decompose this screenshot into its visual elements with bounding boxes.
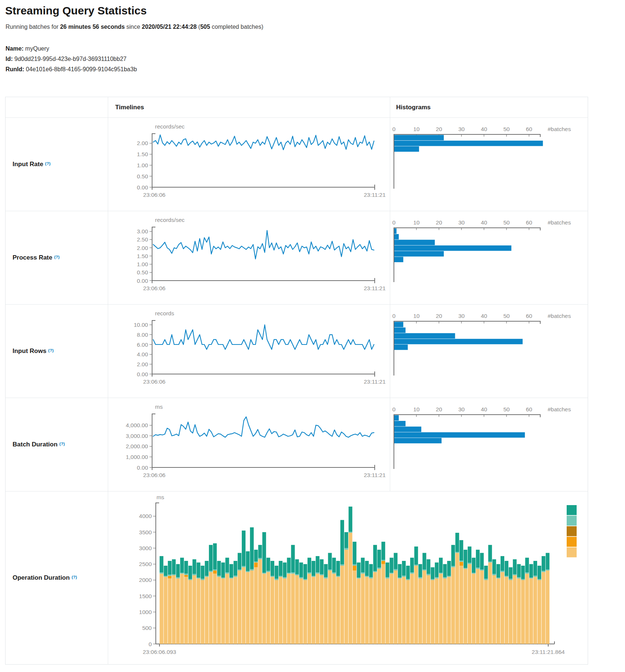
svg-text:2500: 2500	[139, 561, 152, 567]
svg-text:20: 20	[436, 219, 442, 226]
svg-text:0: 0	[392, 219, 396, 226]
timelines-header-label: Timelines	[115, 104, 144, 111]
id-value: 9d0dd219-995d-423e-b97d-36931110bb27	[13, 56, 127, 62]
query-name-line: Name: myQuery	[6, 44, 137, 54]
svg-text:1.50: 1.50	[137, 151, 148, 157]
header-empty-cell	[6, 97, 108, 117]
legend-swatch-5	[567, 547, 577, 557]
svg-text:23:11:21: 23:11:21	[364, 285, 385, 291]
svg-text:4000: 4000	[139, 513, 152, 519]
svg-text:2.00: 2.00	[137, 361, 148, 367]
svg-text:23:06:06: 23:06:06	[143, 378, 165, 385]
page-title: Streaming Query Statistics	[5, 4, 147, 17]
legend-swatch-3	[567, 526, 577, 536]
summary-prefix: Running batches for	[6, 24, 60, 30]
svg-text:0.00: 0.00	[137, 371, 148, 377]
svg-text:50: 50	[503, 219, 510, 226]
row-label-operation-duration: Operation Duration(?)	[6, 491, 108, 664]
batch-duration-label: Batch Duration	[13, 441, 58, 448]
svg-text:10: 10	[413, 219, 420, 226]
running-batches-summary: Running batches for 26 minutes 56 second…	[6, 24, 263, 30]
summary-paren: (	[197, 24, 200, 30]
input-rate-timeline-chart: records/sec2.001.501.000.500.0023:06:062…	[108, 117, 390, 211]
legend-swatch-4	[567, 537, 577, 547]
svg-text:#batches: #batches	[548, 126, 571, 132]
input-rate-histogram-chart: 0102030405060#batches	[390, 117, 588, 211]
svg-text:40: 40	[481, 406, 487, 412]
runid-value: 04e101e6-8bf8-4165-9099-9104c951ba3b	[24, 66, 137, 72]
start-timestamp: 2020/05/21 22:44:28	[142, 24, 197, 30]
statistics-table: Timelines Histograms Input Rate(?) recor…	[5, 97, 588, 665]
timeline-svg: records10.008.006.004.002.000.0023:06:06…	[108, 305, 390, 398]
help-icon[interactable]: (?)	[45, 161, 51, 166]
process-rate-timeline-chart: records/sec3.002.502.001.501.000.500.002…	[108, 211, 390, 304]
process-rate-histogram-chart: 0102030405060#batches	[390, 211, 588, 304]
svg-text:10: 10	[413, 313, 420, 319]
help-icon[interactable]: (?)	[48, 348, 54, 353]
svg-text:60: 60	[526, 406, 532, 412]
histogram-svg: 0102030405060#batches	[390, 398, 588, 491]
svg-text:#batches: #batches	[548, 313, 571, 319]
svg-text:4,000.00: 4,000.00	[126, 422, 148, 428]
operation-duration-stacked-chart: ms0500100015002000250030003500400023:06:…	[108, 491, 588, 664]
batch-duration-histogram-chart: 0102030405060#batches	[390, 398, 588, 491]
svg-text:3500: 3500	[139, 529, 152, 535]
svg-text:1,000.00: 1,000.00	[126, 454, 148, 460]
help-icon[interactable]: (?)	[54, 255, 60, 259]
svg-text:23:11:21: 23:11:21	[364, 378, 385, 385]
operation-duration-label: Operation Duration	[13, 574, 70, 582]
svg-text:4.00: 4.00	[137, 351, 148, 357]
svg-text:30: 30	[458, 313, 465, 319]
query-id-line: Id: 9d0dd219-995d-423e-b97d-36931110bb27	[6, 54, 137, 64]
svg-text:1000: 1000	[139, 609, 152, 615]
svg-text:2000: 2000	[139, 577, 152, 583]
svg-text:0: 0	[392, 406, 396, 412]
help-icon[interactable]: (?)	[72, 575, 77, 579]
svg-text:10.00: 10.00	[134, 322, 148, 328]
row-label-batch-duration: Batch Duration(?)	[6, 398, 108, 491]
svg-text:23:11:21.864: 23:11:21.864	[532, 649, 565, 655]
svg-text:records/sec: records/sec	[155, 123, 185, 130]
input-rate-label: Input Rate	[13, 161, 43, 168]
row-label-input-rate: Input Rate(?)	[6, 117, 108, 211]
svg-text:2.50: 2.50	[137, 236, 148, 243]
svg-text:1.00: 1.00	[137, 261, 148, 267]
svg-text:#batches: #batches	[548, 406, 571, 412]
timeline-svg: records/sec3.002.502.001.501.000.500.002…	[108, 211, 390, 304]
summary-mid: since	[125, 24, 142, 30]
svg-text:2.00: 2.00	[137, 245, 148, 251]
svg-text:20: 20	[436, 313, 442, 319]
svg-text:23:11:21: 23:11:21	[364, 192, 385, 198]
row-label-process-rate: Process Rate(?)	[6, 211, 108, 304]
row-label-input-rows: Input Rows(?)	[6, 304, 108, 398]
svg-text:50: 50	[503, 406, 510, 412]
help-icon[interactable]: (?)	[59, 442, 65, 446]
histograms-header-label: Histograms	[396, 104, 431, 111]
svg-text:23:06:06.093: 23:06:06.093	[143, 649, 176, 655]
svg-text:23:06:06: 23:06:06	[143, 285, 165, 291]
svg-text:10: 10	[413, 126, 420, 132]
svg-text:10: 10	[413, 406, 420, 412]
input-rows-histogram-chart: 0102030405060#batches	[390, 304, 588, 398]
svg-text:500: 500	[142, 625, 152, 631]
svg-text:records/sec: records/sec	[155, 217, 185, 223]
svg-text:23:06:06: 23:06:06	[143, 192, 165, 198]
svg-text:6.00: 6.00	[137, 342, 148, 348]
svg-text:30: 30	[458, 406, 465, 412]
query-runid-line: RunId: 04e101e6-8bf8-4165-9099-9104c951b…	[6, 64, 137, 75]
svg-text:0.00: 0.00	[137, 278, 148, 284]
svg-text:8.00: 8.00	[137, 332, 148, 338]
running-duration: 26 minutes 56 seconds	[60, 24, 125, 30]
histogram-svg: 0102030405060#batches	[390, 118, 588, 211]
svg-text:0.50: 0.50	[137, 269, 148, 275]
svg-text:0: 0	[392, 313, 396, 319]
name-value: myQuery	[24, 45, 49, 52]
completed-batches-count: 505	[200, 24, 210, 30]
svg-text:0.00: 0.00	[137, 184, 148, 191]
svg-text:0: 0	[148, 641, 152, 647]
svg-text:40: 40	[481, 219, 487, 226]
id-label: Id:	[6, 56, 13, 62]
svg-text:3,000.00: 3,000.00	[126, 433, 148, 439]
legend-swatch-1	[567, 505, 577, 515]
query-meta: Name: myQuery Id: 9d0dd219-995d-423e-b97…	[6, 44, 137, 75]
